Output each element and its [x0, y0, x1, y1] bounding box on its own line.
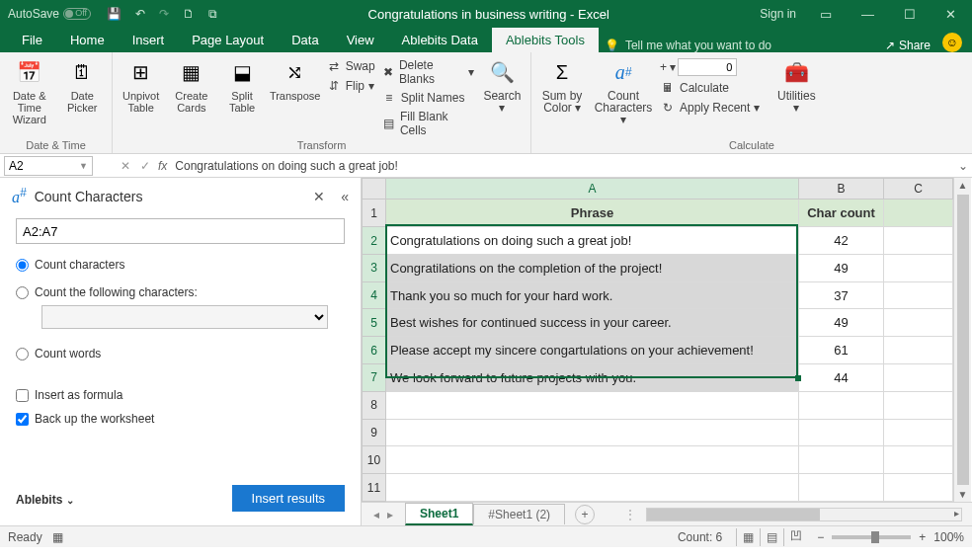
row-header[interactable]: 2: [363, 227, 386, 255]
tab-file[interactable]: File: [8, 28, 56, 52]
radio-count-words[interactable]: Count words: [16, 347, 345, 360]
panel-title: Count Characters: [35, 189, 298, 204]
touch-icon[interactable]: ⧉: [208, 7, 217, 21]
following-chars-select[interactable]: [41, 305, 328, 329]
sheet-nav-first-icon[interactable]: ◂: [373, 508, 379, 521]
date-time-wizard-button[interactable]: 📅 Date & Time Wizard: [6, 56, 53, 125]
collapse-panel-icon[interactable]: «: [341, 189, 349, 204]
stepper-up[interactable]: + ▾: [660, 58, 676, 76]
col-header-b[interactable]: B: [799, 179, 884, 200]
row-header[interactable]: 6: [363, 337, 386, 364]
search-icon: 🔍: [486, 56, 518, 88]
macro-record-icon[interactable]: ▦: [52, 530, 63, 544]
row-header[interactable]: 9: [363, 419, 386, 446]
split-table-icon: ⬓: [226, 56, 258, 88]
row-header[interactable]: 3: [363, 254, 386, 281]
row-header[interactable]: 1: [363, 200, 386, 227]
range-input[interactable]: [16, 218, 345, 244]
formula-bar: A2▼ ✕ ✓ fx Congratulations on doing such…: [0, 154, 972, 178]
swap-button[interactable]: ⇄Swap: [326, 58, 375, 74]
close-icon[interactable]: ✕: [939, 7, 962, 22]
split-table-button[interactable]: ⬓Split Table: [219, 56, 264, 114]
tab-ablebits-tools[interactable]: Ablebits Tools: [492, 28, 599, 52]
tab-data[interactable]: Data: [278, 28, 332, 52]
signin-link[interactable]: Sign in: [760, 7, 796, 21]
chevron-down-icon: ▾: [468, 65, 474, 79]
name-box[interactable]: A2▼: [4, 156, 93, 176]
radio-count-following[interactable]: Count the following characters:: [16, 285, 345, 299]
row-header[interactable]: 10: [363, 446, 386, 474]
horizontal-scrollbar[interactable]: ◂▸: [646, 508, 962, 521]
zoom-slider[interactable]: [832, 535, 911, 539]
row-header[interactable]: 5: [363, 309, 386, 337]
zoom-out-icon[interactable]: −: [817, 530, 824, 544]
flip-button[interactable]: ⇵Flip ▾: [326, 78, 375, 94]
tab-home[interactable]: Home: [56, 28, 119, 52]
fill-handle[interactable]: [795, 375, 801, 381]
delete-blanks-button[interactable]: ✖Delete Blanks ▾: [381, 58, 474, 86]
fill-blank-cells-button[interactable]: ▤Fill Blank Cells: [381, 110, 474, 137]
fx-icon[interactable]: fx: [158, 159, 167, 173]
zoom-in-icon[interactable]: +: [919, 530, 926, 544]
calculate-button[interactable]: 🖩Calculate: [660, 80, 760, 96]
row-header[interactable]: 8: [363, 391, 386, 419]
sheet-tab[interactable]: #Sheet1 (2): [473, 504, 565, 524]
maximize-icon[interactable]: ☐: [898, 7, 922, 22]
view-page-layout-icon[interactable]: ▤: [760, 528, 783, 546]
share-button[interactable]: ↗ Share: [885, 39, 931, 52]
cancel-formula-icon[interactable]: ✕: [121, 159, 130, 173]
sheet-tab-bar: ◂ ▸ Sheet1 #Sheet1 (2) + ⋮ ◂▸: [362, 502, 972, 525]
transpose-button[interactable]: ⤭Transpose: [271, 56, 320, 102]
date-picker-button[interactable]: 🗓 Date Picker: [59, 56, 107, 114]
tab-ablebits-data[interactable]: Ablebits Data: [388, 28, 492, 52]
utilities-icon: 🧰: [780, 56, 812, 88]
close-panel-icon[interactable]: ✕: [313, 189, 325, 204]
save-icon[interactable]: 💾: [107, 7, 122, 21]
spreadsheet-grid[interactable]: A B C 1PhraseChar count 2Congratulations…: [362, 178, 972, 525]
select-all-corner[interactable]: [363, 179, 386, 200]
minimize-icon[interactable]: —: [855, 7, 880, 22]
ablebits-menu[interactable]: Ablebits ⌄: [16, 491, 74, 507]
create-cards-button[interactable]: ▦Create Cards: [169, 56, 213, 114]
row-header[interactable]: 7: [363, 364, 386, 392]
enter-formula-icon[interactable]: ✓: [140, 159, 150, 173]
expand-formula-bar-icon[interactable]: ⌄: [954, 159, 972, 173]
view-normal-icon[interactable]: ▦: [736, 528, 760, 546]
ribbon-display-icon[interactable]: ▭: [814, 7, 838, 22]
vertical-scrollbar[interactable]: ▲▼: [953, 178, 971, 502]
unpivot-table-button[interactable]: ⊞Unpivot Table: [119, 56, 163, 114]
zoom-level[interactable]: 100%: [933, 530, 964, 544]
new-icon[interactable]: 🗋: [183, 7, 195, 21]
split-icon: ≡: [381, 90, 397, 106]
checkbox-insert-formula[interactable]: Insert as formula: [16, 388, 345, 402]
new-sheet-button[interactable]: +: [575, 505, 595, 524]
autosave-toggle[interactable]: AutoSave Off: [8, 7, 91, 21]
tab-insert[interactable]: Insert: [119, 28, 179, 52]
number-input[interactable]: [678, 58, 737, 76]
bulb-icon: 💡: [605, 39, 619, 52]
view-page-break-icon[interactable]: 凹: [783, 528, 807, 546]
autosave-label: AutoSave: [8, 7, 59, 21]
checkbox-backup[interactable]: Back up the worksheet: [16, 412, 345, 426]
utilities-button[interactable]: 🧰Utilities▾: [771, 56, 821, 114]
insert-results-button[interactable]: Insert results: [232, 485, 345, 512]
feedback-icon[interactable]: ☺: [942, 33, 962, 52]
tab-page-layout[interactable]: Page Layout: [178, 28, 278, 52]
sheet-tab-active[interactable]: Sheet1: [405, 503, 473, 525]
col-header-c[interactable]: C: [884, 179, 953, 200]
undo-icon[interactable]: ↶: [135, 7, 145, 21]
search-button[interactable]: 🔍Search▾: [480, 56, 525, 114]
row-header[interactable]: 4: [363, 281, 386, 309]
row-header[interactable]: 11: [363, 474, 386, 502]
col-header-a[interactable]: A: [386, 179, 799, 200]
split-names-button[interactable]: ≡Split Names: [381, 90, 474, 106]
radio-count-characters[interactable]: Count characters: [16, 258, 345, 272]
apply-recent-button[interactable]: ↻Apply Recent ▾: [660, 100, 760, 116]
count-characters-button[interactable]: a#Count Characters ▾: [599, 56, 648, 125]
tell-me-search[interactable]: 💡 Tell me what you want to do: [605, 39, 771, 52]
tab-view[interactable]: View: [333, 28, 388, 52]
sum-by-color-button[interactable]: ΣSum by Color ▾: [537, 56, 587, 114]
redo-icon[interactable]: ↷: [159, 7, 169, 21]
sheet-nav-last-icon[interactable]: ▸: [387, 508, 393, 521]
formula-input[interactable]: Congratulations on doing such a great jo…: [175, 159, 954, 173]
